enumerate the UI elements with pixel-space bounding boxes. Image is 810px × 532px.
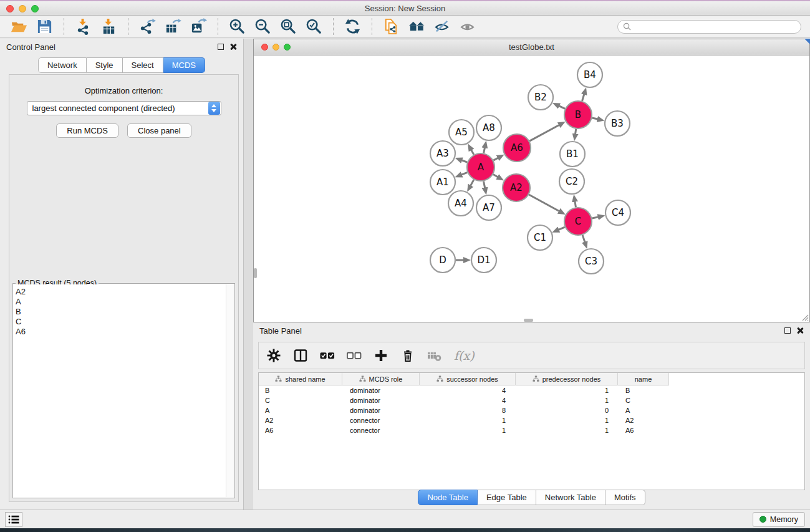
table-cell[interactable]: dominator xyxy=(342,387,420,394)
table-row[interactable]: Bdominator41B xyxy=(259,385,804,395)
graph-node-A4[interactable]: A4 xyxy=(448,191,473,216)
graph-node-C3[interactable]: C3 xyxy=(579,249,604,274)
graph-node-C[interactable]: C xyxy=(564,208,592,235)
search-box[interactable] xyxy=(617,20,801,34)
column-header-mcds-role[interactable]: MCDS role xyxy=(342,373,420,385)
run-mcds-button[interactable]: Run MCDS xyxy=(56,123,118,138)
table-cell[interactable]: dominator xyxy=(342,407,420,414)
float-panel-icon[interactable] xyxy=(784,327,791,334)
tab-node-table[interactable]: Node Table xyxy=(418,490,478,505)
graph-node-C1[interactable]: C1 xyxy=(528,225,552,250)
result-scrollbar[interactable] xyxy=(226,284,234,497)
column-header-name[interactable]: name xyxy=(618,373,669,385)
table-row[interactable]: A6connector11A6 xyxy=(259,425,804,435)
close-window-button[interactable] xyxy=(6,5,14,12)
table-cell[interactable]: 4 xyxy=(420,387,516,394)
first-neighbors-button[interactable] xyxy=(407,17,427,36)
delete-column-button[interactable] xyxy=(400,348,415,363)
close-panel-icon[interactable] xyxy=(797,327,804,334)
export-table-button[interactable] xyxy=(163,17,183,36)
table-cell[interactable]: 1 xyxy=(516,417,618,424)
graph-node-A7[interactable]: A7 xyxy=(476,195,501,220)
graph-node-C2[interactable]: C2 xyxy=(559,169,584,194)
graph-node-B4[interactable]: B4 xyxy=(577,62,602,87)
resize-grip-icon[interactable] xyxy=(801,313,809,321)
minimize-window-button[interactable] xyxy=(19,5,26,12)
criterion-select[interactable]: largest connected component (directed) xyxy=(27,101,221,115)
export-image-button[interactable] xyxy=(189,17,208,36)
table-cell[interactable]: C xyxy=(259,397,342,404)
table-cell[interactable]: C xyxy=(618,397,669,404)
horizontal-scrollbar-thumb[interactable] xyxy=(524,319,533,322)
graph-node-B[interactable]: B xyxy=(564,101,592,128)
import-table-button[interactable] xyxy=(99,17,118,36)
table-cell[interactable]: A2 xyxy=(618,417,669,424)
table-cell[interactable]: B xyxy=(259,387,342,394)
tab-style[interactable]: Style xyxy=(87,57,123,73)
table-cell[interactable]: A6 xyxy=(618,427,669,434)
export-network-button[interactable] xyxy=(138,17,157,36)
graph-node-A1[interactable]: A1 xyxy=(430,170,455,195)
table-row[interactable]: Cdominator41C xyxy=(259,395,804,405)
apply-layout-button[interactable] xyxy=(343,17,362,36)
graph-node-A5[interactable]: A5 xyxy=(449,120,474,145)
column-header-shared-name[interactable]: shared name xyxy=(259,373,342,385)
zoom-selected-button[interactable] xyxy=(304,17,324,36)
tab-select[interactable]: Select xyxy=(123,57,163,73)
graph-node-C4[interactable]: C4 xyxy=(605,200,630,225)
zoom-in-button[interactable] xyxy=(228,17,247,36)
table-cell[interactable]: B xyxy=(618,387,669,394)
new-network-from-selection-button[interactable] xyxy=(382,17,401,36)
graph-node-A6[interactable]: A6 xyxy=(503,134,531,162)
graph-node-D1[interactable]: D1 xyxy=(471,248,496,273)
show-hidden-button[interactable] xyxy=(458,17,478,36)
table-cell[interactable]: 4 xyxy=(420,397,516,404)
select-all-button[interactable] xyxy=(320,348,335,363)
table-cell[interactable]: 1 xyxy=(420,427,516,434)
graph-node-B1[interactable]: B1 xyxy=(560,142,585,167)
graph-node-B3[interactable]: B3 xyxy=(605,111,630,136)
zoom-out-button[interactable] xyxy=(253,17,272,36)
table-cell[interactable]: A6 xyxy=(259,427,342,434)
result-list-item[interactable]: A6 xyxy=(16,327,226,337)
result-list-item[interactable]: C xyxy=(16,317,226,327)
search-input[interactable] xyxy=(634,22,796,31)
network-zoom-button[interactable] xyxy=(284,44,291,51)
table-cell[interactable]: A2 xyxy=(259,417,342,424)
result-list-item[interactable]: B xyxy=(16,307,226,317)
graph-node-B2[interactable]: B2 xyxy=(528,85,553,110)
table-cell[interactable]: A xyxy=(618,407,669,414)
table-cell[interactable]: 1 xyxy=(516,397,618,404)
tab-network[interactable]: Network xyxy=(38,57,87,73)
show-columns-button[interactable] xyxy=(293,348,308,363)
float-panel-icon[interactable] xyxy=(218,44,224,50)
close-panel-button[interactable]: Close panel xyxy=(127,123,191,138)
add-column-button[interactable] xyxy=(374,348,388,363)
fit-content-button[interactable] xyxy=(279,17,298,36)
network-minimize-button[interactable] xyxy=(272,44,279,51)
memory-button[interactable]: Memory xyxy=(753,512,805,527)
graph-node-A3[interactable]: A3 xyxy=(430,141,455,166)
result-list-item[interactable]: A xyxy=(16,297,226,307)
table-cell[interactable]: 1 xyxy=(516,427,618,434)
graph-node-A8[interactable]: A8 xyxy=(476,115,501,140)
open-session-button[interactable] xyxy=(9,17,29,36)
hide-selected-button[interactable] xyxy=(433,17,452,36)
task-history-button[interactable] xyxy=(5,512,22,527)
table-cell[interactable]: 1 xyxy=(516,387,618,394)
vertical-scrollbar-thumb[interactable] xyxy=(254,268,257,278)
zoom-window-button[interactable] xyxy=(31,5,39,12)
table-cell[interactable]: 8 xyxy=(420,407,516,414)
network-close-button[interactable] xyxy=(261,44,268,51)
table-cell[interactable]: 0 xyxy=(516,407,618,414)
table-row[interactable]: A2connector11A2 xyxy=(259,415,804,425)
table-cell[interactable]: A xyxy=(259,407,342,414)
table-settings-button[interactable] xyxy=(266,348,281,363)
table-cell[interactable]: 1 xyxy=(420,417,516,424)
save-session-button[interactable] xyxy=(35,17,54,36)
table-cell[interactable]: connector xyxy=(342,417,420,424)
deselect-all-button[interactable] xyxy=(347,348,362,363)
graph-node-D[interactable]: D xyxy=(430,248,455,273)
tab-edge-table[interactable]: Edge Table xyxy=(478,490,536,505)
table-cell[interactable]: connector xyxy=(342,427,420,434)
